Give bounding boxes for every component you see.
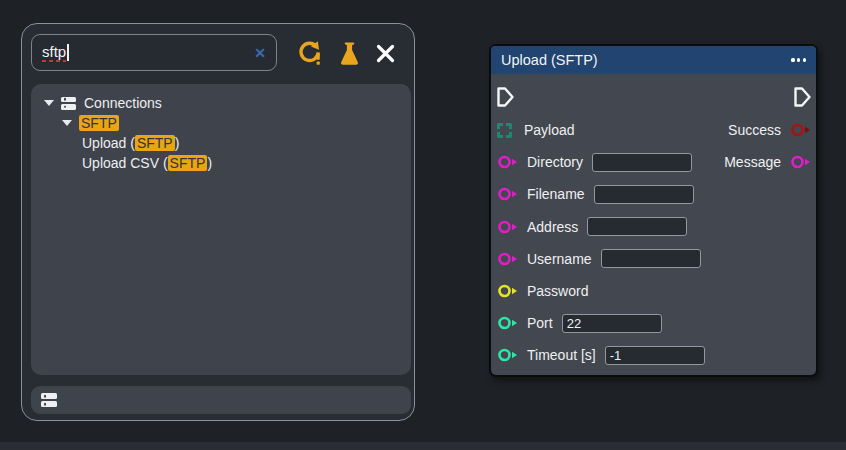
address-field[interactable]: [587, 217, 687, 236]
input-row-password: Password: [497, 275, 705, 307]
search-input[interactable]: sftp ✕: [31, 34, 277, 71]
address-input-port[interactable]: [497, 219, 518, 235]
username-input-port[interactable]: [497, 251, 518, 267]
input-row-timeout-s: Timeout [s]: [497, 339, 705, 371]
tree-item-upload-csv-sftp[interactable]: Upload CSV (SFTP): [31, 153, 411, 173]
input-row-payload: Payload: [497, 114, 705, 146]
success-output-port[interactable]: [790, 122, 811, 138]
port-field[interactable]: [562, 314, 662, 333]
port-label: Username: [527, 251, 592, 267]
port-label: Payload: [524, 122, 575, 138]
node-title: Upload (SFTP): [501, 52, 791, 68]
refresh-alert-icon[interactable]: [296, 40, 323, 67]
exec-input-row: [497, 80, 705, 114]
port-label: Password: [527, 283, 588, 299]
tree-item-sftp[interactable]: SFTP: [31, 113, 411, 133]
server-icon: [61, 97, 76, 110]
outputs-column: SuccessMessage: [724, 80, 811, 372]
exec-out-port[interactable]: [794, 87, 811, 107]
tree-item-connections[interactable]: Connections: [31, 93, 411, 113]
input-row-username: Username: [497, 243, 705, 275]
message-output-port[interactable]: [790, 154, 811, 170]
palette-toolbar: [282, 34, 410, 72]
inputs-column: PayloadDirectoryFilenameAddressUsernameP…: [497, 80, 705, 372]
port-label: Timeout [s]: [527, 347, 596, 363]
palette-footer-bar[interactable]: [31, 386, 411, 414]
password-input-port[interactable]: [497, 283, 518, 299]
directory-field[interactable]: [592, 153, 692, 172]
port-label: Directory: [527, 154, 583, 170]
server-icon: [41, 393, 57, 407]
port-label: Message: [724, 154, 781, 170]
tree-item-label: Connections: [84, 95, 162, 111]
input-row-filename: Filename: [497, 178, 705, 210]
node-menu-icon[interactable]: [791, 58, 806, 61]
bottom-strip: [0, 442, 846, 450]
port-label: Address: [527, 219, 578, 235]
filename-field[interactable]: [594, 185, 694, 204]
node-header[interactable]: Upload (SFTP): [491, 46, 816, 74]
port-label: Success: [728, 122, 781, 138]
search-match-highlight: SFTP: [168, 155, 208, 171]
text-cursor: [67, 44, 69, 61]
port-label: Filename: [527, 186, 585, 202]
search-match-highlight: SFTP: [135, 135, 175, 151]
node-palette-panel: sftp ✕: [21, 23, 415, 421]
payload-input-port[interactable]: [497, 123, 515, 138]
tree-item-label: Upload CSV (SFTP): [82, 155, 212, 171]
close-icon[interactable]: [375, 43, 396, 64]
input-row-address: Address: [497, 211, 705, 243]
tree-item-upload-sftp[interactable]: Upload (SFTP): [31, 133, 411, 153]
search-text: sftp: [42, 43, 66, 62]
timeout-s-field[interactable]: [605, 346, 705, 365]
chevron-down-icon[interactable]: [44, 100, 54, 106]
input-row-directory: Directory: [497, 146, 705, 178]
chevron-down-icon[interactable]: [62, 120, 72, 126]
output-row-success: Success: [724, 114, 811, 146]
upload-sftp-node[interactable]: Upload (SFTP) PayloadDirectoryFilenameAd…: [489, 44, 818, 377]
tree-item-label: Upload (SFTP): [82, 135, 179, 151]
palette-tree: ConnectionsSFTPUpload (SFTP)Upload CSV (…: [31, 84, 411, 375]
output-row-message: Message: [724, 146, 811, 178]
input-row-port: Port: [497, 307, 705, 339]
exec-in-port[interactable]: [497, 87, 514, 107]
timeout-s-input-port[interactable]: [497, 347, 518, 363]
node-editor-canvas[interactable]: sftp ✕: [0, 0, 846, 450]
filename-input-port[interactable]: [497, 186, 518, 202]
search-match-highlight: SFTP: [79, 115, 119, 131]
port-label: Port: [527, 315, 553, 331]
node-body: PayloadDirectoryFilenameAddressUsernameP…: [491, 74, 816, 376]
directory-input-port[interactable]: [497, 154, 518, 170]
flask-icon[interactable]: [338, 41, 361, 66]
username-field[interactable]: [601, 249, 701, 268]
exec-output-row: [724, 80, 811, 114]
clear-search-icon[interactable]: ✕: [254, 46, 266, 60]
tree-item-label: SFTP: [79, 115, 119, 131]
port-input-port[interactable]: [497, 315, 518, 331]
